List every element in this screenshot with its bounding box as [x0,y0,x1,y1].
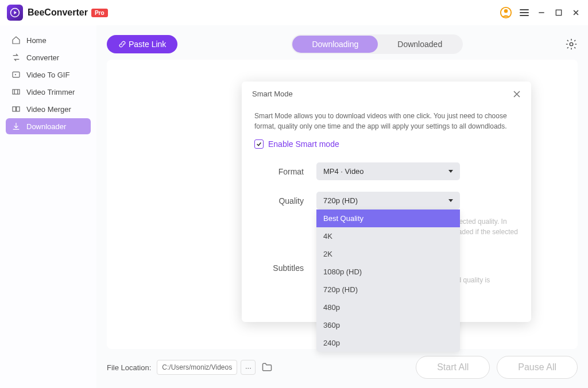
tab-downloaded[interactable]: Downloaded [378,36,462,53]
chevron-down-icon [448,170,453,173]
trimmer-icon [11,87,21,96]
sidebar-item-label: Video Merger [26,105,71,114]
sidebar-item-converter[interactable]: Converter [6,49,91,65]
sidebar-item-video-trimmer[interactable]: Video Trimmer [6,84,91,100]
close-button[interactable] [571,7,581,18]
tabs: Downloading Downloaded [291,34,463,54]
svg-rect-7 [17,107,20,111]
svg-point-2 [504,9,508,13]
quality-option[interactable]: 240p [316,334,460,352]
subtitles-label: Subtitles [254,259,304,273]
quality-option[interactable]: Best Quality [316,209,460,227]
quality-option[interactable]: 720p (HD) [316,281,460,298]
minimize-button[interactable] [536,7,547,18]
format-value: MP4 · Video [323,167,364,176]
quality-option[interactable]: 360p [316,316,460,334]
tab-downloading[interactable]: Downloading [292,36,378,53]
quality-option[interactable]: 2K [316,245,460,263]
sidebar-item-label: Video Trimmer [26,88,75,96]
folder-icon[interactable] [261,362,273,373]
smart-mode-modal: Smart Mode Smart Mode allows you to down… [242,82,531,322]
quality-dropdown: Best Quality 4K 2K 1080p (HD) 720p (HD) … [316,209,460,352]
sidebar-item-home[interactable]: Home [6,32,91,48]
home-icon [11,36,21,45]
sidebar-item-label: Downloader [26,122,66,131]
sidebar-item-label: Video To GIF [26,71,69,79]
enable-smart-mode-checkbox[interactable] [254,139,264,149]
enable-smart-mode-label: Enable Smart mode [268,139,339,149]
app-name: BeeConverter [28,7,88,18]
quality-option[interactable]: 480p [316,298,460,316]
svg-rect-3 [556,10,561,15]
sidebar-item-video-merger[interactable]: Video Merger [6,101,91,117]
hamburger-icon[interactable] [519,7,529,18]
link-icon [118,40,126,48]
merger-icon [11,104,21,114]
sidebar: Home Converter Video To GIF Video Trimme… [0,25,96,388]
chevron-down-icon [448,199,453,202]
user-icon[interactable] [500,6,512,19]
app-logo [7,5,23,21]
converter-icon [11,53,21,62]
sidebar-item-label: Converter [26,53,59,62]
sidebar-item-label: Home [26,36,47,45]
gear-icon[interactable] [565,38,578,51]
title-bar: BeeConverter Pro [0,0,588,25]
file-location-label: File Location: [107,363,151,372]
footer: File Location: ··· Start All Pause All [107,349,578,379]
quality-option[interactable]: 1080p (HD) [316,263,460,281]
start-all-button[interactable]: Start All [416,356,490,379]
main-content: Paste Link Downloading Downloaded File L… [96,25,588,388]
quality-value: 720p (HD) [323,196,358,205]
maximize-button[interactable] [554,7,564,18]
sidebar-item-video-to-gif[interactable]: Video To GIF [6,67,91,83]
modal-title: Smart Mode [252,90,293,98]
close-icon[interactable] [513,90,521,98]
quality-label: Quality [254,192,304,205]
format-label: Format [254,162,304,176]
format-select[interactable]: MP4 · Video [316,162,460,180]
modal-description: Smart Mode allows you to download videos… [254,111,519,131]
download-icon [11,122,21,131]
svg-rect-5 [13,90,20,94]
svg-rect-6 [13,107,16,111]
quality-select[interactable]: 720p (HD) Best Quality 4K 2K 1080p (HD) … [316,192,460,209]
paste-link-label: Paste Link [129,40,166,49]
svg-point-8 [570,42,573,46]
gif-icon [11,70,21,79]
file-location-input[interactable] [157,360,237,375]
browse-button[interactable]: ··· [241,360,256,375]
pause-all-button[interactable]: Pause All [497,356,578,379]
pro-badge: Pro [91,9,108,17]
paste-link-button[interactable]: Paste Link [107,35,177,53]
check-icon [256,141,262,147]
quality-option[interactable]: 4K [316,227,460,245]
sidebar-item-downloader[interactable]: Downloader [6,118,91,134]
